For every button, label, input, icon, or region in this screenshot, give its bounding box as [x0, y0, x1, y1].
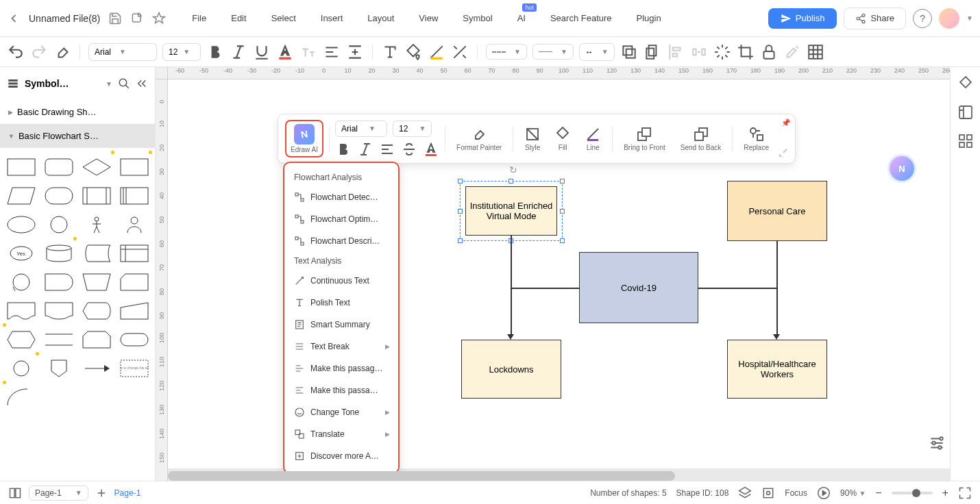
- zoom-value[interactable]: 90% ▼: [840, 488, 866, 498]
- shape-hexagon[interactable]: [4, 327, 38, 352]
- shape-yes[interactable]: Yes: [4, 241, 38, 266]
- float-fill[interactable]: Fill: [549, 125, 576, 153]
- float-strike-icon[interactable]: [401, 141, 417, 158]
- sidebar-title-chevron-icon[interactable]: ▼: [106, 80, 112, 88]
- float-font-select[interactable]: Arial▼: [335, 121, 387, 137]
- play-icon[interactable]: [817, 486, 831, 500]
- menu-insert[interactable]: Insert: [308, 9, 356, 27]
- underline-icon[interactable]: [253, 43, 271, 61]
- align-left-icon[interactable]: [323, 43, 341, 61]
- shape-rect[interactable]: [4, 155, 38, 179]
- node-personal-care[interactable]: Personal Care: [727, 181, 827, 241]
- shape-rect2[interactable]: [117, 155, 151, 179]
- crop-icon[interactable]: [737, 43, 755, 61]
- zoom-slider[interactable]: [892, 492, 933, 494]
- ai-flowchart-describe[interactable]: Flowchart Descri…: [287, 230, 395, 252]
- category-basic-drawing[interactable]: ▶Basic Drawing Sh…: [0, 100, 155, 124]
- focus-label[interactable]: Focus: [785, 488, 807, 498]
- font-select[interactable]: Arial▼: [88, 43, 157, 61]
- shape-delay[interactable]: [42, 270, 75, 294]
- fullscreen-icon[interactable]: [958, 486, 972, 500]
- category-basic-flowchart[interactable]: ▼Basic Flowchart S…: [0, 124, 155, 148]
- avatar-chevron-icon[interactable]: ▼: [966, 14, 973, 22]
- node-hospital[interactable]: Hospital/Healthcare Workers: [727, 340, 827, 399]
- refresh-icon[interactable]: ↻: [509, 164, 517, 175]
- pages-icon[interactable]: [8, 486, 22, 500]
- shape-loop-limit[interactable]: [79, 327, 113, 352]
- shape-roundrect[interactable]: [42, 155, 75, 179]
- align-left-obj-icon[interactable]: [667, 43, 685, 61]
- share-button[interactable]: Share: [844, 8, 906, 29]
- shape-connector[interactable]: [4, 356, 38, 381]
- menu-ai[interactable]: AI: [505, 9, 538, 27]
- export-icon[interactable]: [130, 12, 144, 25]
- back-icon[interactable]: [7, 12, 21, 25]
- shape-manual-op[interactable]: [79, 270, 113, 294]
- shape-stored-data[interactable]: [79, 241, 113, 266]
- lock-icon[interactable]: [760, 43, 778, 61]
- line-weight-select[interactable]: ▼: [532, 44, 574, 60]
- shape-display[interactable]: [79, 299, 113, 323]
- horizontal-scrollbar[interactable]: [168, 471, 675, 481]
- float-bring-front[interactable]: Bring to Front: [618, 125, 671, 153]
- fill-icon[interactable]: [404, 43, 422, 61]
- theme-icon[interactable]: [957, 75, 974, 92]
- shape-parallel[interactable]: [42, 327, 75, 352]
- avatar[interactable]: [939, 8, 959, 29]
- target-icon[interactable]: [761, 486, 775, 500]
- ai-translate[interactable]: Translate▶: [287, 423, 395, 445]
- shape-offpage[interactable]: [42, 356, 75, 381]
- shape-subroutine[interactable]: [117, 184, 151, 208]
- float-style[interactable]: Style: [519, 125, 546, 153]
- menu-symbol[interactable]: Symbol: [450, 9, 504, 27]
- font-size-icon[interactable]: [299, 43, 317, 61]
- apps-icon[interactable]: [957, 133, 974, 149]
- search-icon[interactable]: [118, 77, 130, 90]
- shape-ellipse[interactable]: [4, 212, 38, 237]
- font-color-icon[interactable]: [276, 43, 294, 61]
- magic-icon[interactable]: [713, 43, 731, 61]
- italic-icon[interactable]: [230, 43, 247, 61]
- settings-float-icon[interactable]: [928, 434, 946, 452]
- ai-text-break[interactable]: Text Break▶: [287, 336, 395, 357]
- tools-icon[interactable]: [783, 43, 801, 61]
- arrow-select[interactable]: ↔▼: [579, 43, 615, 61]
- menu-edit[interactable]: Edit: [219, 9, 258, 27]
- publish-button[interactable]: Publish: [768, 8, 837, 29]
- zoom-out[interactable]: −: [875, 487, 881, 499]
- zoom-in[interactable]: +: [942, 487, 948, 499]
- float-italic-icon[interactable]: [357, 141, 373, 158]
- shape-parallelogram[interactable]: [4, 184, 38, 208]
- line-style-select[interactable]: ▼: [486, 44, 527, 60]
- shape-predefined[interactable]: [79, 184, 113, 208]
- ai-flowchart-detection[interactable]: Flowchart Detec…: [287, 186, 395, 208]
- menu-select[interactable]: Select: [259, 9, 308, 27]
- page-tab[interactable]: Page-1: [114, 488, 141, 498]
- add-page-icon[interactable]: [95, 487, 108, 499]
- shape-circle2[interactable]: [4, 270, 38, 294]
- shape-internal-storage[interactable]: [117, 241, 151, 266]
- save-icon[interactable]: [108, 12, 122, 25]
- float-size-select[interactable]: 12▼: [393, 121, 432, 137]
- size-select[interactable]: 12▼: [162, 43, 201, 61]
- layers-icon[interactable]: [620, 43, 638, 61]
- menu-view[interactable]: View: [406, 9, 450, 27]
- pin-icon[interactable]: 📌: [781, 118, 791, 127]
- float-color-icon[interactable]: [423, 141, 439, 158]
- ai-flowchart-optimize[interactable]: Flowchart Optim…: [287, 208, 395, 230]
- align-vertical-icon[interactable]: [346, 43, 364, 61]
- shape-database[interactable]: [42, 241, 75, 266]
- shape-annotation[interactable]: Drag the side handle to change the width…: [117, 356, 151, 381]
- ai-change-tone[interactable]: Change Tone▶: [287, 401, 395, 423]
- expand-icon[interactable]: [779, 148, 788, 158]
- shape-arrow[interactable]: [79, 356, 113, 381]
- ai-badge[interactable]: N: [890, 156, 914, 181]
- shape-circle[interactable]: [42, 212, 75, 237]
- table-icon[interactable]: [807, 43, 824, 61]
- shape-arc[interactable]: [4, 385, 38, 410]
- star-icon[interactable]: [152, 12, 166, 25]
- ai-make-passage-2[interactable]: Make this passa…: [287, 379, 395, 401]
- float-send-back[interactable]: Send to Back: [675, 125, 726, 153]
- collapse-icon[interactable]: [136, 77, 148, 90]
- float-bold-icon[interactable]: [335, 141, 352, 158]
